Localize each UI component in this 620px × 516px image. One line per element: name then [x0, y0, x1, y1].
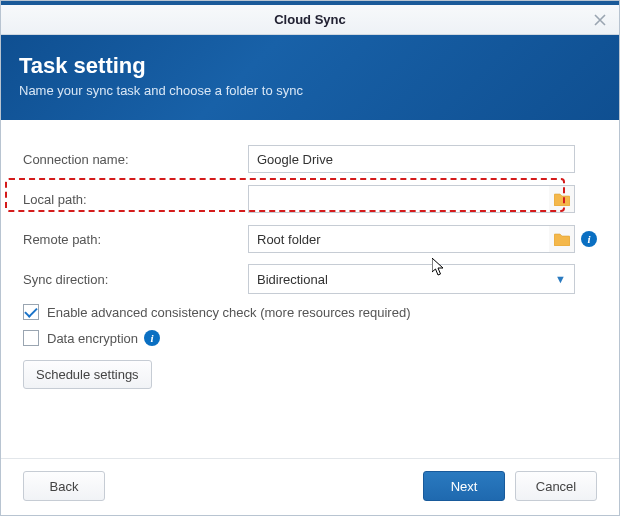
schedule-settings-button[interactable]: Schedule settings	[23, 360, 152, 389]
data-encryption-label: Data encryption	[47, 331, 138, 346]
remote-path-browse-button[interactable]	[549, 225, 575, 253]
row-advanced-consistency: Enable advanced consistency check (more …	[23, 304, 597, 320]
back-button[interactable]: Back	[23, 471, 105, 501]
row-data-encryption: Data encryption i	[23, 330, 597, 346]
advanced-consistency-label: Enable advanced consistency check (more …	[47, 305, 410, 320]
remote-path-label: Remote path:	[23, 232, 248, 247]
header-banner: Task setting Name your sync task and cho…	[1, 35, 619, 120]
row-remote-path: Remote path: i	[23, 224, 597, 254]
next-button[interactable]: Next	[423, 471, 505, 501]
local-path-browse-button[interactable]	[549, 185, 575, 213]
row-local-path: Local path:	[23, 184, 597, 214]
sync-direction-select[interactable]: Bidirectional ▼	[248, 264, 575, 294]
data-encryption-info-icon[interactable]: i	[144, 330, 160, 346]
advanced-consistency-checkbox[interactable]	[23, 304, 39, 320]
remote-path-info-icon[interactable]: i	[581, 231, 597, 247]
folder-icon	[554, 193, 570, 206]
sync-direction-value: Bidirectional	[257, 272, 328, 287]
connection-name-input[interactable]	[248, 145, 575, 173]
cloud-sync-dialog: Cloud Sync Task setting Name your sync t…	[0, 0, 620, 516]
folder-icon	[554, 233, 570, 246]
sync-direction-label: Sync direction:	[23, 272, 248, 287]
cancel-button[interactable]: Cancel	[515, 471, 597, 501]
titlebar: Cloud Sync	[1, 1, 619, 35]
local-path-input[interactable]	[248, 185, 549, 213]
connection-name-label: Connection name:	[23, 152, 248, 167]
page-subtitle: Name your sync task and choose a folder …	[19, 83, 601, 98]
chevron-down-icon: ▼	[555, 273, 566, 285]
local-path-label: Local path:	[23, 192, 248, 207]
page-title: Task setting	[19, 53, 601, 79]
footer: Back Next Cancel	[1, 458, 619, 515]
row-connection-name: Connection name:	[23, 144, 597, 174]
remote-path-input[interactable]	[248, 225, 549, 253]
data-encryption-checkbox[interactable]	[23, 330, 39, 346]
form-body: Connection name: Local path: Remote path…	[1, 120, 619, 458]
row-sync-direction: Sync direction: Bidirectional ▼	[23, 264, 597, 294]
window-title: Cloud Sync	[274, 12, 346, 27]
close-icon[interactable]	[591, 11, 609, 29]
